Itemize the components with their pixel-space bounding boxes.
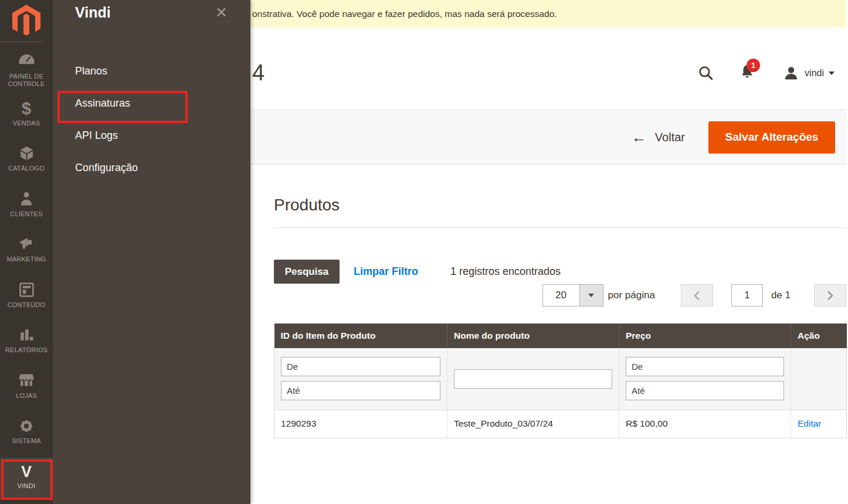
close-icon[interactable]: ✕ bbox=[215, 5, 228, 20]
demo-store-notice: onstrativa. Você pode navegar e fazer pe… bbox=[250, 0, 846, 28]
sidebar-item-label: VINDI bbox=[0, 482, 53, 490]
content-area: onstrativa. Você pode navegar e fazer pe… bbox=[250, 0, 846, 504]
edit-link[interactable]: Editar bbox=[798, 418, 822, 428]
notification-badge: 1 bbox=[747, 59, 760, 72]
sidebar-item-label: LOJAS bbox=[0, 392, 53, 400]
table-filter-row bbox=[274, 348, 847, 410]
products-table: ID do Item do Produto Nome do produto Pr… bbox=[274, 323, 847, 438]
id-from-input[interactable] bbox=[281, 357, 440, 376]
table-row: 1290293 Teste_Produto_03/07/24 R$ 100,00… bbox=[274, 410, 847, 438]
user-menu[interactable]: vindi bbox=[783, 65, 835, 81]
action-bar: ← Voltar Salvar Alterações bbox=[250, 110, 846, 165]
admin-sidebar: PAINEL DE CONTROLE $ VENDAS CATÁLOGO CLI… bbox=[0, 0, 53, 504]
page-header: 4 1 vindi bbox=[250, 28, 846, 110]
user-name: vindi bbox=[805, 68, 824, 79]
sidebar-item-label: MARKETING bbox=[0, 256, 53, 263]
sidebar-item-lojas[interactable]: LOJAS bbox=[0, 373, 53, 400]
next-page-button[interactable] bbox=[814, 284, 846, 307]
sidebar-item-vindi[interactable]: V VINDI bbox=[0, 458, 53, 500]
column-header-name[interactable]: Nome do produto bbox=[447, 323, 619, 348]
price-from-input[interactable] bbox=[626, 357, 784, 376]
cell-product-name: Teste_Produto_03/07/24 bbox=[447, 410, 619, 438]
filter-cell-price bbox=[619, 348, 791, 410]
page-title: 4 bbox=[252, 60, 264, 85]
dashboard-icon bbox=[0, 54, 53, 70]
flyout-title: Vindi bbox=[75, 4, 111, 21]
vindi-flyout-menu: Vindi ✕ Planos Assinaturas API Logs Conf… bbox=[53, 0, 250, 504]
content-icon bbox=[0, 282, 53, 299]
sidebar-item-relatorios[interactable]: RELATÓRIOS bbox=[0, 328, 53, 354]
per-page-arrow-button[interactable] bbox=[579, 285, 603, 306]
main-body: Produtos Pesquisa Limpar Filtro 1 regist… bbox=[250, 196, 846, 438]
id-to-input[interactable] bbox=[281, 381, 440, 400]
current-page-input[interactable] bbox=[731, 284, 763, 307]
sidebar-item-conteudo[interactable]: CONTEÚDO bbox=[0, 282, 53, 309]
flyout-item-planos[interactable]: Planos bbox=[75, 65, 107, 77]
per-page-label: por página bbox=[608, 290, 655, 301]
back-button[interactable]: ← Voltar bbox=[632, 130, 685, 145]
back-arrow-icon: ← bbox=[632, 130, 647, 145]
grid-toolbar: Pesquisa Limpar Filtro 1 registros encon… bbox=[274, 260, 846, 284]
sidebar-item-clientes[interactable]: CLIENTES bbox=[0, 192, 53, 218]
filter-cell-id bbox=[274, 348, 447, 410]
column-header-action: Ação bbox=[791, 323, 847, 348]
system-icon bbox=[0, 418, 53, 435]
pagination: 20 por página de 1 bbox=[274, 284, 846, 307]
sidebar-item-label: CONTEÚDO bbox=[0, 301, 53, 309]
sidebar-item-painel-de-controle[interactable]: PAINEL DE CONTROLE bbox=[0, 54, 53, 88]
sidebar-item-marketing[interactable]: MARKETING bbox=[0, 237, 53, 263]
records-found-text: 1 registros encontrados bbox=[450, 265, 561, 278]
sidebar-divider bbox=[0, 42, 43, 42]
stores-icon bbox=[0, 373, 53, 390]
notice-text: onstrativa. Você pode navegar e fazer pe… bbox=[252, 9, 557, 19]
magento-logo-icon bbox=[12, 4, 41, 38]
filter-cell-name bbox=[447, 348, 619, 410]
search-button[interactable]: Pesquisa bbox=[274, 260, 340, 284]
cell-product-id: 1290293 bbox=[274, 410, 447, 438]
sidebar-item-label: CATÁLOGO bbox=[0, 165, 53, 172]
sidebar-item-catalogo[interactable]: CATÁLOGO bbox=[0, 146, 53, 172]
header-actions: 1 vindi bbox=[698, 64, 835, 82]
vindi-icon: V bbox=[0, 464, 53, 480]
select-caret-icon bbox=[588, 294, 594, 297]
sidebar-item-label: PAINEL DE CONTROLE bbox=[0, 73, 53, 88]
cell-product-price: R$ 100,00 bbox=[619, 410, 791, 438]
notifications-button[interactable]: 1 bbox=[740, 64, 754, 82]
magento-logo[interactable] bbox=[0, 0, 53, 42]
user-avatar-icon bbox=[783, 65, 799, 81]
sidebar-item-label: VENDAS bbox=[0, 120, 53, 127]
prev-page-icon bbox=[693, 290, 700, 301]
sidebar-item-label: SISTEMA bbox=[0, 437, 53, 445]
previous-page-button[interactable] bbox=[681, 284, 713, 307]
sidebar-item-label: CLIENTES bbox=[0, 210, 53, 218]
sidebar-item-vendas[interactable]: $ VENDAS bbox=[0, 101, 53, 127]
section-title: Produtos bbox=[274, 196, 846, 214]
section-divider bbox=[274, 227, 846, 228]
filter-cell-action bbox=[791, 348, 847, 410]
column-header-price[interactable]: Preço bbox=[619, 323, 791, 348]
magento-admin-page: PAINEL DE CONTROLE $ VENDAS CATÁLOGO CLI… bbox=[0, 0, 848, 504]
sidebar-item-sistema[interactable]: SISTEMA bbox=[0, 418, 53, 445]
total-pages-label: de 1 bbox=[771, 290, 791, 301]
catalog-icon bbox=[0, 146, 53, 162]
search-icon[interactable] bbox=[698, 65, 714, 81]
sidebar-item-label: RELATÓRIOS bbox=[0, 346, 53, 354]
next-page-icon bbox=[827, 290, 834, 301]
flyout-item-api-logs[interactable]: API Logs bbox=[75, 130, 118, 142]
flyout-item-assinaturas[interactable]: Assinaturas bbox=[75, 97, 130, 110]
flyout-item-configuracao[interactable]: Configuração bbox=[75, 162, 138, 174]
table-header-row: ID do Item do Produto Nome do produto Pr… bbox=[274, 323, 847, 348]
name-filter-input[interactable] bbox=[454, 369, 612, 389]
per-page-value: 20 bbox=[543, 285, 579, 306]
column-header-id[interactable]: ID do Item do Produto bbox=[274, 323, 447, 348]
back-label: Voltar bbox=[655, 131, 685, 144]
sales-icon: $ bbox=[0, 101, 53, 117]
customers-icon bbox=[0, 192, 53, 208]
price-to-input[interactable] bbox=[626, 381, 784, 400]
marketing-icon bbox=[0, 237, 53, 253]
per-page-select[interactable]: 20 bbox=[542, 284, 603, 307]
reports-icon bbox=[0, 328, 53, 344]
clear-filter-link[interactable]: Limpar Filtro bbox=[354, 265, 418, 278]
save-changes-button[interactable]: Salvar Alterações bbox=[708, 121, 835, 154]
caret-down-icon bbox=[829, 71, 835, 75]
